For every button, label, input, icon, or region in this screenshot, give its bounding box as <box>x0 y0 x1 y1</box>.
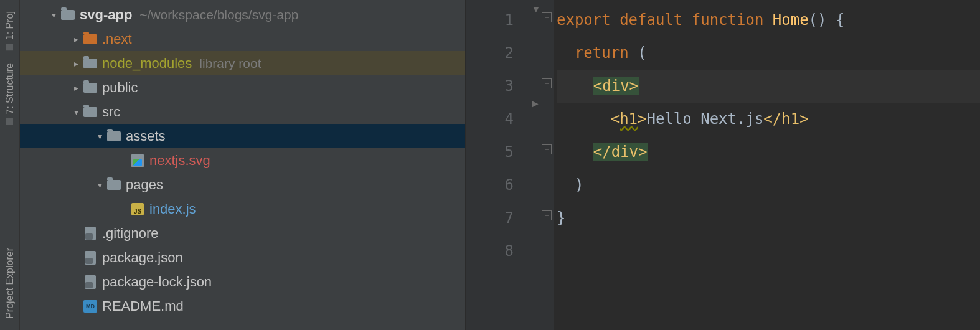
chevron-right-icon: ▸ <box>70 34 82 44</box>
code-line: return ( <box>557 37 980 70</box>
caret-down-icon: ▼ <box>532 4 540 14</box>
jsx-text: Hello Next.js <box>647 110 764 128</box>
folder-icon <box>82 59 98 68</box>
tree-item-src[interactable]: ▾ src <box>20 100 465 124</box>
code-line: <h1>Hello Next.js</h1> <box>557 103 980 136</box>
line-gutter: 1 2 3 4 5 6 7 8 <box>466 0 540 330</box>
keyword-return: return <box>575 44 638 62</box>
line-number: 6 <box>466 169 540 202</box>
code-line: ) <box>557 169 980 202</box>
square-icon <box>6 44 13 50</box>
tree-label: index.js <box>149 201 196 217</box>
tree-item-gitignore[interactable]: .gitignore <box>20 221 465 245</box>
punctuation: ) <box>575 176 583 194</box>
tree-path: ~/workspace/blogs/svg-app <box>139 7 298 22</box>
project-tree-panel: ▾ svg-app ~/workspace/blogs/svg-app ▸ .n… <box>20 0 466 330</box>
jsx-tag: </h1> <box>763 110 808 128</box>
tree-item-package-json[interactable]: package.json <box>20 245 465 270</box>
chevron-down-icon: ▾ <box>47 10 60 20</box>
js-file-icon: JS <box>130 203 146 215</box>
tree-item-nextjs-svg[interactable]: nextjs.svg <box>20 148 465 172</box>
tree-item-pages[interactable]: ▾ pages <box>20 172 465 197</box>
folder-icon <box>106 180 122 190</box>
chevron-right-icon: ▸ <box>70 59 82 68</box>
tree-label: pages <box>126 177 163 193</box>
project-tree: ▾ svg-app ~/workspace/blogs/svg-app ▸ .n… <box>20 0 465 318</box>
tool-tab-label: 1: Proj <box>4 11 16 40</box>
line-number: 1 <box>466 4 540 37</box>
tree-label: .next <box>102 31 132 47</box>
jsx-tag: </div> <box>593 143 648 161</box>
chevron-down-icon: ▾ <box>93 180 106 190</box>
tree-label: package.json <box>102 250 183 266</box>
tree-label: package-lock.json <box>102 274 212 290</box>
keyword-export: export <box>557 11 620 29</box>
tree-label: README.md <box>102 298 184 314</box>
tree-item-assets[interactable]: ▾ assets <box>20 124 465 148</box>
function-name: Home <box>773 11 809 29</box>
tree-item-public[interactable]: ▸ public <box>20 75 465 100</box>
tree-item-node-modules[interactable]: ▸ node_modules library root <box>20 51 465 75</box>
keyword-default: default <box>620 11 692 29</box>
file-icon <box>82 251 98 265</box>
folder-icon <box>82 83 98 93</box>
square-icon <box>6 118 13 125</box>
folder-icon <box>60 10 76 20</box>
tree-item-package-lock[interactable]: package-lock.json <box>20 270 465 294</box>
keyword-function: function <box>692 11 773 29</box>
caret-right-icon: ▶ <box>532 98 539 108</box>
tree-label: public <box>102 80 138 96</box>
tool-tab-label: Project Explorer <box>4 248 16 319</box>
tree-label: node_modules <box>102 55 192 72</box>
tree-suffix: library root <box>199 56 261 71</box>
tree-item-readme[interactable]: MD README.md <box>20 294 465 318</box>
code-content[interactable]: export default function Home() { return … <box>540 0 980 330</box>
file-icon <box>82 275 98 289</box>
code-editor[interactable]: 1 2 3 4 5 6 7 8 ▼ − − ▶ − − export defau… <box>466 0 980 330</box>
punctuation: ( <box>638 44 646 62</box>
code-line: } <box>557 202 980 235</box>
tool-tab-bar: 1: Proj 7: Structure Project Explorer <box>0 0 20 330</box>
line-number: 3 <box>466 70 540 103</box>
line-number: 4 <box>466 103 540 136</box>
chevron-down-icon: ▾ <box>93 131 106 141</box>
punctuation: () { <box>809 11 845 29</box>
line-number: 5 <box>466 136 540 169</box>
file-icon <box>82 227 98 240</box>
tree-label: nextjs.svg <box>149 153 210 169</box>
chevron-right-icon: ▸ <box>70 83 82 93</box>
code-line: <div> <box>557 70 980 103</box>
folder-icon <box>82 107 98 117</box>
tree-item-next[interactable]: ▸ .next <box>20 27 465 51</box>
jsx-tag: <div> <box>593 77 639 95</box>
tool-tab-project[interactable]: 1: Proj <box>3 5 17 57</box>
tree-label: .gitignore <box>102 225 159 242</box>
line-number: 7 <box>466 202 540 235</box>
line-number: 2 <box>466 37 540 70</box>
tool-tab-label: 7: Structure <box>4 63 16 115</box>
tree-root-svg-app[interactable]: ▾ svg-app ~/workspace/blogs/svg-app <box>20 2 465 27</box>
tree-label: svg-app <box>80 7 132 23</box>
tree-label: assets <box>126 128 166 144</box>
md-file-icon: MD <box>82 300 98 313</box>
chevron-down-icon: ▾ <box>70 107 82 117</box>
code-line <box>557 235 980 268</box>
tree-item-index-js[interactable]: JS index.js <box>20 197 465 221</box>
svg-file-icon <box>130 154 146 167</box>
line-number: 8 <box>466 235 540 268</box>
code-line: export default function Home() { <box>557 4 980 37</box>
folder-icon <box>106 131 122 141</box>
tree-label: src <box>102 104 120 120</box>
folder-icon <box>82 34 98 44</box>
jsx-tag: <h1> <box>611 110 647 128</box>
code-line: </div> <box>557 136 980 169</box>
tool-tab-structure[interactable]: 7: Structure <box>3 57 17 131</box>
jsx-tag-name: h1 <box>620 110 638 128</box>
tool-tab-explorer[interactable]: Project Explorer <box>3 242 17 325</box>
punctuation: } <box>557 209 565 227</box>
